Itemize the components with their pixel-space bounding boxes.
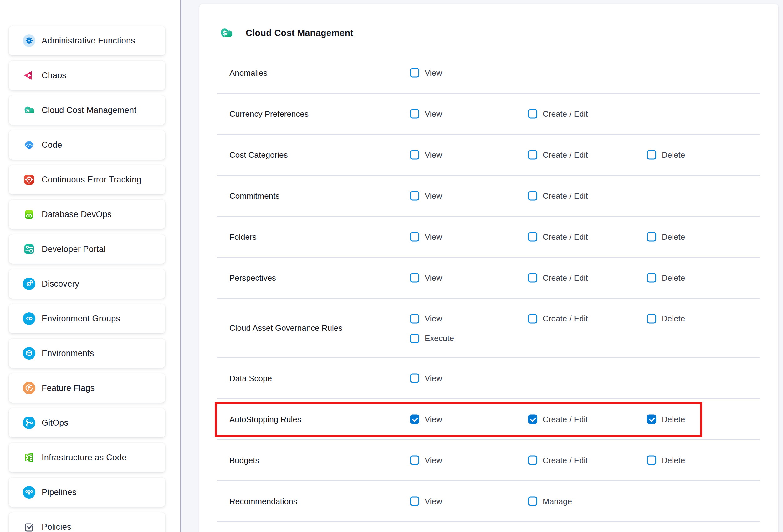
view-checkbox[interactable]	[410, 314, 419, 323]
permission-row-currency-preferences: Currency PreferencesViewCreate / Edit	[217, 94, 760, 134]
sidebar-item-feature-flags[interactable]: Feature Flags	[9, 373, 165, 403]
permission-cell-view: View	[410, 314, 442, 323]
discovery-icon	[23, 278, 35, 290]
delete-checkbox[interactable]	[647, 415, 656, 424]
module-sidebar: Administrative FunctionsChaos$Cloud Cost…	[0, 0, 181, 532]
checkbox-label: Execute	[425, 334, 454, 343]
sidebar-item-continuous-error-tracking[interactable]: Continuous Error Tracking	[9, 165, 165, 194]
create-edit-checkbox[interactable]	[528, 191, 537, 200]
delete-checkbox[interactable]	[647, 273, 656, 283]
permission-cell-create-edit: Create / Edit	[528, 232, 588, 242]
view-checkbox[interactable]	[410, 415, 419, 424]
sidebar-item-code[interactable]: </>Code	[9, 130, 165, 160]
permission-cell-view: View	[410, 68, 442, 77]
create-edit-checkbox[interactable]	[528, 109, 537, 119]
checkbox-label: View	[425, 414, 442, 424]
permission-cell-view: View	[410, 273, 442, 283]
sidebar-item-label: Policies	[42, 522, 71, 532]
delete-checkbox[interactable]	[647, 150, 656, 160]
svg-text:$: $	[222, 29, 227, 37]
gitops-icon	[23, 416, 35, 429]
sidebar-item-environments[interactable]: Environments	[9, 339, 165, 368]
sidebar-item-policies[interactable]: Policies	[9, 512, 165, 532]
sidebar-item-label: Administrative Functions	[42, 36, 135, 46]
resource-label: Budgets	[229, 455, 259, 465]
developer-portal-icon	[23, 243, 35, 255]
manage-checkbox[interactable]	[528, 497, 537, 506]
create-edit-checkbox[interactable]	[528, 232, 537, 242]
resource-label: Cloud Asset Governance Rules	[229, 323, 342, 333]
create-edit-checkbox[interactable]	[528, 456, 537, 465]
view-checkbox[interactable]	[410, 109, 419, 119]
role-permissions-page: { "colors": { "accent_blue": "#0278d5", …	[0, 0, 783, 532]
sidebar-item-administrative-functions[interactable]: Administrative Functions	[9, 26, 165, 55]
delete-checkbox[interactable]	[647, 314, 656, 323]
pipelines-icon	[23, 486, 35, 499]
view-checkbox[interactable]	[410, 232, 419, 242]
checkbox-label: View	[425, 455, 442, 465]
resource-label: Perspectives	[229, 273, 276, 283]
checkbox-label: Create / Edit	[543, 109, 588, 119]
sidebar-item-pipelines[interactable]: Pipelines	[9, 477, 165, 507]
checkbox-label: View	[425, 109, 442, 119]
view-checkbox[interactable]	[410, 68, 419, 77]
sidebar-item-environment-groups[interactable]: Environment Groups	[9, 304, 165, 333]
checkbox-label: Manage	[543, 496, 572, 506]
view-checkbox[interactable]	[410, 273, 419, 283]
create-edit-checkbox[interactable]	[528, 314, 537, 323]
view-checkbox[interactable]	[410, 456, 419, 465]
permission-row-cost-categories: Cost CategoriesViewCreate / EditDelete	[217, 134, 760, 176]
delete-checkbox[interactable]	[647, 232, 656, 242]
view-checkbox[interactable]	[410, 191, 419, 200]
permission-row-commitments: CommitmentsViewCreate / Edit	[217, 176, 760, 217]
sidebar-item-database-devops[interactable]: Database DevOps	[9, 200, 165, 229]
sidebar-item-label: Chaos	[42, 71, 66, 81]
sidebar-item-label: Environment Groups	[42, 314, 120, 323]
permission-cell-create-edit: Create / Edit	[528, 191, 588, 200]
permission-cell-delete: Delete	[647, 455, 685, 465]
administrative-functions-icon	[23, 34, 35, 47]
checkbox-label: Create / Edit	[543, 455, 588, 465]
permission-cell-view: View	[410, 373, 442, 383]
permission-cell-create-edit: Create / Edit	[528, 414, 588, 424]
permissions-table: AnomaliesViewCurrency PreferencesViewCre…	[217, 53, 760, 522]
permission-row-anomalies: AnomaliesView	[217, 53, 760, 94]
sidebar-item-developer-portal[interactable]: Developer Portal	[9, 234, 165, 264]
checkbox-label: Delete	[662, 150, 685, 160]
policies-icon	[23, 521, 35, 532]
sidebar-item-infrastructure-as-code[interactable]: Infrastructure as Code	[9, 443, 165, 472]
permission-cell-view: View	[410, 455, 442, 465]
resource-label: Data Scope	[229, 373, 272, 383]
sidebar-item-chaos[interactable]: Chaos	[9, 61, 165, 90]
environment-groups-icon	[23, 312, 35, 325]
permission-cell-view: View	[410, 150, 442, 160]
sidebar-item-discovery[interactable]: Discovery	[9, 269, 165, 299]
resource-label: Folders	[229, 232, 257, 242]
checkbox-label: Create / Edit	[543, 191, 588, 200]
permission-row-recommendations: RecommendationsViewManage	[217, 481, 760, 522]
checkbox-label: View	[425, 273, 442, 283]
checkbox-label: View	[425, 150, 442, 160]
svg-text:$: $	[26, 107, 30, 114]
sidebar-item-gitops[interactable]: GitOps	[9, 408, 165, 437]
execute-checkbox[interactable]	[410, 334, 419, 343]
checkbox-label: Create / Edit	[543, 273, 588, 283]
sidebar-item-cloud-cost-management[interactable]: $Cloud Cost Management	[9, 95, 165, 125]
feature-flags-icon	[23, 382, 35, 394]
svg-text:</>: </>	[26, 143, 33, 147]
cloud-cost-management-icon: $	[23, 104, 35, 117]
create-edit-checkbox[interactable]	[528, 150, 537, 160]
view-checkbox[interactable]	[410, 150, 419, 160]
create-edit-checkbox[interactable]	[528, 273, 537, 283]
sidebar-item-label: Infrastructure as Code	[42, 453, 127, 463]
delete-checkbox[interactable]	[647, 456, 656, 465]
create-edit-checkbox[interactable]	[528, 415, 537, 424]
permission-cell-delete: Delete	[647, 150, 685, 160]
checkbox-label: Delete	[662, 414, 685, 424]
view-checkbox[interactable]	[410, 497, 419, 506]
resource-label: AutoStopping Rules	[229, 414, 301, 424]
code-icon: </>	[23, 138, 35, 151]
permission-cell-execute: Execute	[410, 334, 454, 343]
permission-row-data-scope: Data ScopeView	[217, 358, 760, 399]
view-checkbox[interactable]	[410, 374, 419, 383]
